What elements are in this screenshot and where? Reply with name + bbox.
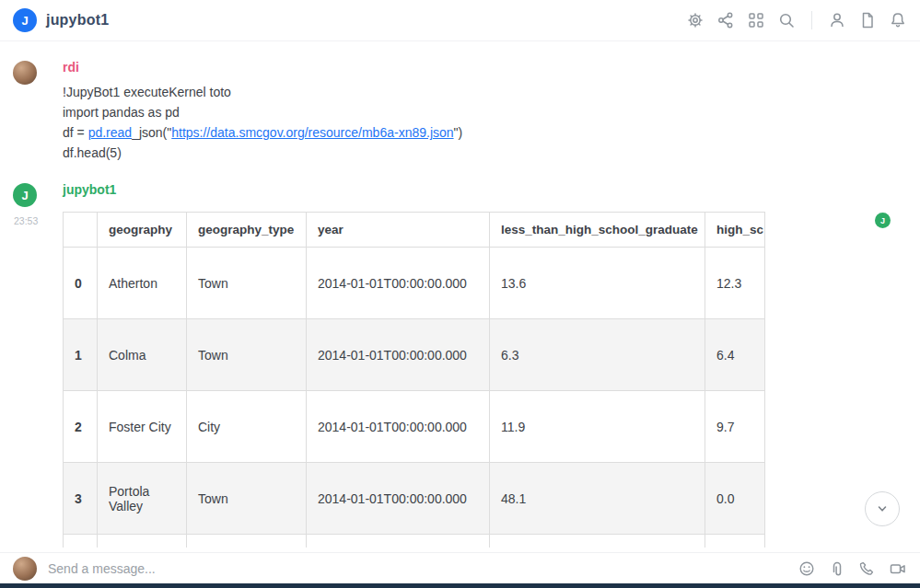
table-row: 3 Portola Valley Town 2014-01-01T00:00:0… xyxy=(64,463,766,535)
composer-actions xyxy=(798,559,907,578)
table-cell: 1 xyxy=(64,319,98,391)
table-cell: 9.7 xyxy=(705,391,766,463)
phone-icon[interactable] xyxy=(858,559,877,578)
table-cell: 2014-01-01T00:00:00.000 xyxy=(307,319,490,391)
table-cell: Portola Valley xyxy=(98,463,187,535)
table-cell: Town xyxy=(187,463,307,535)
table-cell: Town xyxy=(187,319,307,391)
scroll-to-bottom-button[interactable] xyxy=(865,491,900,526)
table-row: 0 Atherton Town 2014-01-01T00:00:00.000 … xyxy=(64,248,766,319)
table-row: 1 Colma Town 2014-01-01T00:00:00.000 6.3… xyxy=(64,319,766,391)
column-header: high_sc xyxy=(705,213,766,248)
column-header: geography_type xyxy=(187,213,307,248)
bot-avatar-letter: J xyxy=(21,189,28,202)
share-icon[interactable] xyxy=(716,11,735,29)
table-cell: 3 xyxy=(64,463,98,535)
table-cell: 0.0 xyxy=(705,463,766,535)
message-input[interactable] xyxy=(48,561,786,576)
table-cell xyxy=(64,535,98,548)
message-rdi: rdi !JupyBot1 executeKernel toto import … xyxy=(0,59,920,163)
table-cell xyxy=(307,535,490,548)
code-text: ") xyxy=(454,125,463,140)
chat-app-window: J jupybot1 xyxy=(0,0,920,588)
table-cell: 12.3 xyxy=(705,248,766,319)
person-icon[interactable] xyxy=(828,11,846,29)
table-cell: 0 xyxy=(64,248,98,319)
table-cell: Town xyxy=(187,248,307,319)
table-cell xyxy=(187,535,307,548)
code-link[interactable]: pd.read xyxy=(88,125,132,140)
header: J jupybot1 xyxy=(0,0,920,41)
message-text: import pandas as pd xyxy=(63,102,920,122)
channel-avatar[interactable]: J xyxy=(13,8,37,32)
column-header: less_than_high_school_graduate xyxy=(490,213,705,248)
table-header-row: geography geography_type year less_than_… xyxy=(64,213,766,248)
bot-avatar[interactable]: J xyxy=(13,183,37,207)
user-avatar[interactable] xyxy=(13,61,37,85)
url-link[interactable]: https://data.smcgov.org/resource/mb6a-xn… xyxy=(171,125,453,140)
table-row-partial xyxy=(64,535,766,548)
username[interactable]: jupybot1 xyxy=(63,182,116,197)
table-cell: 13.6 xyxy=(490,248,705,319)
channel-avatar-letter: J xyxy=(21,14,28,28)
message-text: df = pd.read_json("https://data.smcgov.o… xyxy=(63,122,920,143)
table-cell: 2014-01-01T00:00:00.000 xyxy=(307,391,490,463)
header-divider xyxy=(811,11,812,29)
table-cell: City xyxy=(187,391,307,463)
table-row: 2 Foster City City 2014-01-01T00:00:00.0… xyxy=(64,391,766,463)
column-header: year xyxy=(307,213,490,248)
table-cell: Foster City xyxy=(98,391,187,463)
gear-icon[interactable] xyxy=(686,11,705,29)
emoji-icon[interactable] xyxy=(798,559,816,578)
video-camera-icon[interactable] xyxy=(889,559,907,578)
table-cell: 48.1 xyxy=(490,463,705,535)
header-channel: J jupybot1 xyxy=(13,8,109,32)
table-cell: 6.3 xyxy=(490,319,705,391)
search-icon[interactable] xyxy=(777,11,796,29)
column-header xyxy=(64,213,98,248)
bot-status-badge: J xyxy=(875,213,891,228)
timestamp: 23:53 xyxy=(14,215,38,226)
bottom-strip xyxy=(0,583,920,588)
dataframe-table-container: geography geography_type year less_than_… xyxy=(63,212,765,548)
table-cell: 2014-01-01T00:00:00.000 xyxy=(307,248,490,319)
table-cell: Colma xyxy=(98,319,187,391)
chevron-down-icon xyxy=(873,500,891,518)
table-cell: 11.9 xyxy=(490,391,705,463)
message-text: !JupyBot1 executeKernel toto xyxy=(63,82,920,102)
username[interactable]: rdi xyxy=(63,60,79,75)
table-cell xyxy=(98,535,187,548)
table-cell: 2 xyxy=(64,391,98,463)
header-actions xyxy=(686,11,907,29)
table-cell xyxy=(490,535,705,548)
table-cell xyxy=(705,535,766,548)
dataframe-table: geography geography_type year less_than_… xyxy=(63,212,765,548)
code-text: df = xyxy=(63,125,88,140)
message-jupybot1: J 23:53 jupybot1 geography geography_typ… xyxy=(0,181,920,548)
message-text: df.head(5) xyxy=(63,143,920,163)
table-cell: 2014-01-01T00:00:00.000 xyxy=(307,463,490,535)
message-composer xyxy=(0,552,920,583)
page-title: jupybot1 xyxy=(46,12,109,29)
document-icon[interactable] xyxy=(858,11,877,29)
current-user-avatar xyxy=(13,557,37,581)
column-header: geography xyxy=(98,213,187,248)
paperclip-icon[interactable] xyxy=(828,559,846,578)
bell-icon[interactable] xyxy=(889,11,907,29)
table-cell: 6.4 xyxy=(705,319,766,391)
code-text: _json(" xyxy=(132,125,171,140)
table-cell: Atherton xyxy=(98,248,187,319)
grid-icon[interactable] xyxy=(747,11,765,29)
